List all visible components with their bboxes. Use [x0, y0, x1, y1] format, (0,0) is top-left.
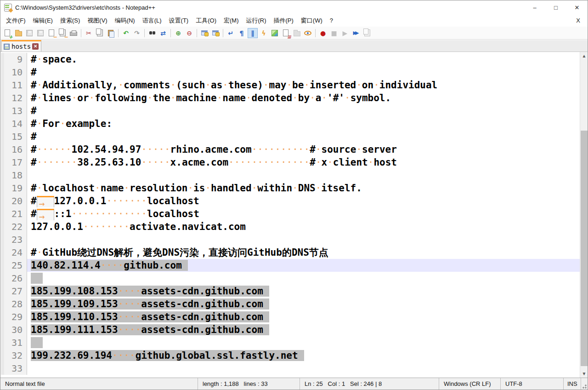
- line-number: 16: [1, 143, 27, 156]
- editor-line[interactable]: 18: [1, 169, 580, 182]
- close-all-icon[interactable]: −: [57, 28, 68, 38]
- menu-item-help[interactable]: ?: [326, 15, 337, 26]
- editor-line[interactable]: 21#→::1·············localhost: [1, 207, 580, 220]
- editor-line[interactable]: 25140.82.114.4····github.com: [1, 259, 580, 272]
- line-number: 24: [1, 246, 27, 259]
- editor-line[interactable]: 9#·space.: [1, 53, 580, 66]
- copy-icon[interactable]: [95, 28, 105, 38]
- show-indent-guide-icon[interactable]: ∥: [248, 28, 258, 38]
- document-list-icon[interactable]: ≡: [281, 28, 291, 38]
- sync-horizontal-scroll-icon[interactable]: [210, 28, 220, 38]
- macro-play-icon[interactable]: ▶: [340, 28, 350, 38]
- editor-line[interactable]: 17#·······38.25.63.10·····x.acme.com····…: [1, 156, 580, 169]
- tab-arrow: →: [37, 196, 54, 207]
- line-text: #·localhost·name·resolution·is·handled·w…: [27, 182, 580, 195]
- editor-line[interactable]: 32199.232.69.194····github.global.ssl.fa…: [1, 349, 580, 362]
- save-file-icon[interactable]: [24, 28, 34, 38]
- status-encoding[interactable]: UTF-8: [501, 378, 564, 390]
- editor-pane[interactable]: 9#·space.10#11#·Additionally,·comments·(…: [1, 52, 588, 378]
- scroll-up-icon[interactable]: ▲: [580, 52, 588, 60]
- editor-line[interactable]: 28185.199.109.153····assets-cdn.github.c…: [1, 298, 580, 310]
- menubar-close-icon[interactable]: X: [573, 16, 583, 25]
- line-number: 14: [1, 117, 27, 130]
- menu-item[interactable]: 语言(L): [139, 15, 165, 27]
- macro-stop-icon[interactable]: ■: [329, 28, 339, 38]
- editor-line[interactable]: 19#·localhost·name·resolution·is·handled…: [1, 182, 580, 195]
- macro-run-multiple-icon[interactable]: ▶▶: [351, 28, 361, 38]
- menu-item[interactable]: 设置(T): [165, 15, 192, 27]
- resize-grip[interactable]: [581, 378, 588, 390]
- line-number: 13: [1, 104, 27, 117]
- tab-hosts[interactable]: hosts ✕: [1, 40, 41, 52]
- editor-line[interactable]: 15#: [1, 130, 580, 143]
- scroll-down-icon[interactable]: ▼: [580, 370, 588, 378]
- menu-bar: 文件(F)编辑(E)搜索(S)视图(V)编码(N)语言(L)设置(T)工具(O)…: [0, 14, 588, 27]
- line-text: [27, 362, 580, 375]
- status-insert-mode[interactable]: INS: [564, 378, 581, 390]
- editor-line[interactable]: 24#·GitHub绕过DNS解析，避免DNS污染，直接访问GitHub的DNS…: [1, 246, 580, 259]
- editor-line[interactable]: 33: [1, 362, 580, 375]
- zoom-in-icon[interactable]: ⊕: [173, 28, 183, 38]
- define-language-icon[interactable]: ϟ: [259, 28, 269, 38]
- close-file-icon[interactable]: −: [46, 28, 57, 38]
- menu-item[interactable]: 运行(R): [242, 15, 270, 27]
- cut-icon[interactable]: ✂: [84, 28, 94, 38]
- save-all-icon[interactable]: [35, 28, 45, 38]
- line-number: 12: [1, 92, 27, 104]
- new-file-icon[interactable]: +: [2, 28, 12, 38]
- document-map-icon[interactable]: [270, 28, 280, 38]
- macro-record-icon[interactable]: ●: [318, 28, 328, 38]
- menu-item[interactable]: 视图(V): [84, 15, 111, 27]
- line-text: 185.199.108.153····assets-cdn.github.com: [27, 285, 580, 298]
- editor-line[interactable]: 30185.199.111.153····assets-cdn.github.c…: [1, 323, 580, 336]
- editor-line[interactable]: 22127.0.0.1········activate.navicat.com: [1, 220, 580, 233]
- print-icon[interactable]: [68, 28, 79, 38]
- editor-line[interactable]: 13#: [1, 104, 580, 117]
- paste-icon[interactable]: [106, 28, 116, 38]
- word-wrap-icon[interactable]: ↵: [226, 28, 236, 38]
- menu-item[interactable]: 工具(O): [192, 15, 220, 27]
- find-icon[interactable]: [147, 28, 157, 38]
- menu-item[interactable]: 编辑(E): [29, 15, 57, 27]
- menu-item[interactable]: 文件(F): [2, 15, 29, 27]
- maximize-button[interactable]: □: [545, 0, 566, 14]
- redo-icon[interactable]: ↷: [132, 28, 142, 38]
- sync-vertical-scroll-icon[interactable]: [199, 28, 209, 38]
- editor-line[interactable]: 10#: [1, 66, 580, 79]
- line-text: 185.199.109.153····assets-cdn.github.com: [27, 298, 580, 310]
- status-eol-format[interactable]: Windows (CR LF): [439, 378, 501, 390]
- editor-line[interactable]: 29185.199.110.153····assets-cdn.github.c…: [1, 310, 580, 323]
- close-button[interactable]: ✕: [566, 0, 588, 14]
- line-number: 19: [1, 182, 27, 195]
- monitoring-eye-icon[interactable]: [303, 28, 313, 38]
- undo-icon[interactable]: ↶: [121, 28, 131, 38]
- editor-line[interactable]: 23: [1, 233, 580, 246]
- macro-save-icon[interactable]: [362, 28, 372, 38]
- status-cursor-position[interactable]: Ln : 25 Col : 1 Sel : 246 | 8: [300, 378, 439, 390]
- editor-line[interactable]: 12#·lines·or·following·the·machine·name·…: [1, 92, 580, 104]
- zoom-out-icon[interactable]: ⊖: [184, 28, 194, 38]
- line-number: 10: [1, 66, 27, 79]
- scrollbar-thumb[interactable]: [581, 131, 588, 366]
- show-all-characters-icon[interactable]: ¶: [237, 28, 247, 38]
- menu-item[interactable]: 插件(P): [270, 15, 297, 27]
- folder-as-workspace-icon[interactable]: [292, 28, 302, 38]
- toolbar-separator: [81, 29, 81, 37]
- editor-line[interactable]: 26: [1, 272, 580, 285]
- menu-item[interactable]: 窗口(W): [297, 15, 326, 27]
- menu-item[interactable]: 宏(M): [220, 15, 243, 27]
- minimize-button[interactable]: –: [524, 0, 545, 14]
- editor-line[interactable]: 14#·For·example:: [1, 117, 580, 130]
- editor-line[interactable]: 27185.199.108.153····assets-cdn.github.c…: [1, 285, 580, 298]
- menu-item[interactable]: 搜索(S): [57, 15, 84, 27]
- replace-icon[interactable]: ⇄: [158, 28, 168, 38]
- editor-line[interactable]: 20#→127.0.0.1·······localhost: [1, 195, 580, 207]
- open-file-icon[interactable]: [13, 28, 23, 38]
- editor-line[interactable]: 11#·Additionally,·comments·(such·as·thes…: [1, 79, 580, 92]
- tab-close-icon[interactable]: ✕: [32, 43, 39, 50]
- toolbar-separator: [118, 29, 119, 37]
- editor-line[interactable]: 16#······102.54.94.97·····rhino.acme.com…: [1, 143, 580, 156]
- menu-item[interactable]: 编码(N): [111, 15, 139, 27]
- vertical-scrollbar[interactable]: ▲ ▼: [580, 52, 588, 378]
- editor-line[interactable]: 31: [1, 336, 580, 349]
